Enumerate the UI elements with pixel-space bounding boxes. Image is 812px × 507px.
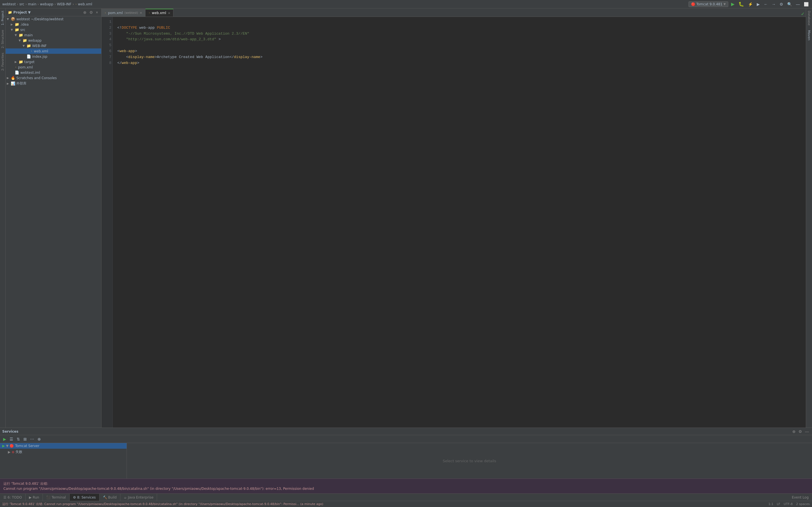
encoding[interactable]: UTF-8 (783, 502, 793, 506)
bottom-tab-eventlog[interactable]: Event Log (788, 495, 812, 500)
cursor-position[interactable]: 1:1 (768, 502, 773, 506)
tab-pomxml[interactable]: ⬝ pom.xml (webtest) × (101, 9, 146, 17)
coverage-button[interactable]: ⚡ (747, 1, 754, 7)
maximize-button[interactable]: ⬜ (803, 1, 810, 7)
tree-item-src[interactable]: ▼ 📁 src (6, 27, 101, 33)
breadcrumb-webapp[interactable]: webapp (40, 2, 53, 6)
editor-checkmark: ✓ (801, 11, 805, 17)
gear-icon[interactable]: ⚙ (89, 10, 94, 15)
bottom-tab-services[interactable]: ⚙ 8: Services (70, 494, 100, 501)
tab-webxml[interactable]: ⬝ web.xml × (146, 9, 174, 17)
bottom-tab-javaenterprise[interactable]: ☕ Java Enterprise (120, 494, 157, 501)
expand-arrow[interactable]: ▼ (11, 28, 15, 31)
code-content[interactable]: <!DOCTYPE web-app PUBLIC "-//Sun Microsy… (113, 17, 806, 428)
tree-label: main (24, 33, 33, 37)
bottom-tab-todo[interactable]: ☰ 6: TODO (0, 494, 26, 501)
tree-label: index.jsp (32, 55, 47, 59)
tree-label: src (20, 28, 26, 32)
build-icon: 🔨 (103, 496, 107, 499)
terminal-icon: ⬛ (46, 496, 50, 499)
breadcrumb-webxml[interactable]: ⬝ web.xml (75, 2, 92, 6)
minimize-button[interactable]: — (795, 1, 801, 7)
bottom-tab-run[interactable]: ▶ Run (26, 494, 43, 501)
expand-arrow[interactable]: ▼ (22, 44, 27, 47)
tree-item-target[interactable]: ▶ 📁 target (6, 59, 101, 64)
services-settings-icon[interactable]: ⊕ (792, 429, 797, 434)
expand-arrow[interactable]: ▼ (6, 444, 8, 448)
tree-item-webtest[interactable]: ▼ 📦 webtest ~/Desktop/webtest (6, 16, 101, 22)
services-run2-button[interactable]: ⊕ (37, 437, 42, 442)
run-config[interactable]: 🔴 Tomcat 9.0.481 ▼ (689, 1, 728, 7)
breadcrumb-src[interactable]: src (19, 2, 24, 6)
file-tree: ▼ 📦 webtest ~/Desktop/webtest ▶ 📁 .idea … (6, 16, 101, 428)
tab-close-pom[interactable]: × (140, 11, 142, 15)
iml-file-icon: 📄 (15, 70, 19, 75)
tree-item-webxml[interactable]: ▶ ⬝ web.xml (6, 48, 101, 54)
panel-header: 📁 Project ▼ ⊕ ⚙ × (6, 8, 101, 16)
line-ending[interactable]: LF (777, 502, 780, 506)
settings-button[interactable]: ⚙ (778, 1, 784, 7)
indent-settings[interactable]: 2 spaces (796, 502, 810, 506)
right-tab-maven[interactable]: Maven (807, 28, 811, 43)
debug-button[interactable]: 🐛 (737, 1, 745, 7)
services-list-button[interactable]: ☰ (9, 437, 14, 442)
service-item-tomcat[interactable]: ▶ ▼ 🔴 Tomcat Server (0, 443, 126, 449)
sidebar-item-project[interactable]: 1: Project (0, 8, 5, 27)
close-panel-button[interactable]: × (95, 10, 99, 15)
expand-arrow[interactable]: ▼ (18, 39, 22, 42)
bottom-tab-build[interactable]: 🔨 Build (100, 494, 120, 501)
service-detail-text: Select service to view details (443, 459, 496, 463)
run-button[interactable]: ▶ (730, 1, 735, 7)
error-title: 运行 'Tomcat 9.0.481' 出错: (3, 481, 809, 486)
scope-button[interactable]: ⊕ (82, 10, 87, 15)
breadcrumb-main[interactable]: main (28, 2, 36, 6)
project-panel: 📁 Project ▼ ⊕ ⚙ × ▼ 📦 webtest ~/Desktop/… (6, 8, 101, 428)
expand-arrow[interactable]: ▶ (7, 76, 11, 79)
service-detail: Select service to view details (127, 443, 812, 478)
tree-item-main[interactable]: ▼ 📁 main (6, 33, 101, 38)
expand-arrow[interactable]: ▶ (7, 82, 11, 85)
expand-arrow[interactable]: ▶ (15, 60, 18, 63)
scratches-icon: 🔥 (11, 76, 15, 80)
sidebar-item-structure[interactable]: 2: Structure (0, 27, 5, 50)
services-gear-icon[interactable]: ⚙ (798, 429, 803, 434)
line-numbers: 1 2 3 4 5 6 7 8 (101, 17, 113, 428)
services-close-icon[interactable]: — (804, 429, 810, 434)
run-with-button[interactable]: ▶ (756, 1, 761, 7)
tab-close-webxml[interactable]: × (168, 11, 170, 15)
forward-button[interactable]: → (770, 1, 777, 7)
tab-label: pom.xml (108, 11, 123, 15)
expand-arrow[interactable]: ▼ (7, 17, 11, 20)
tree-item-pomxml[interactable]: ▶ ⬝ pom.xml (6, 64, 101, 70)
services-run-button[interactable]: ▶ (2, 437, 7, 442)
right-tab-database[interactable]: Database (807, 8, 811, 28)
breadcrumb-webtest[interactable]: webtest (2, 2, 16, 6)
tree-item-extlib[interactable]: ▶ 📊 外部库 (6, 80, 101, 87)
tree-item-idea[interactable]: ▶ 📁 .idea (6, 22, 101, 27)
expand-arrow[interactable]: ▶ (8, 450, 10, 454)
jsp-file-icon: 📄 (27, 54, 31, 59)
back-button[interactable]: ← (763, 1, 769, 7)
right-sidebar: Database Maven (806, 8, 812, 428)
expand-arrow[interactable]: ▼ (15, 34, 18, 37)
sidebar-item-favorites[interactable]: 2: Favorites (0, 50, 5, 73)
tree-item-indexjsp[interactable]: ▶ 📄 index.jsp (6, 54, 101, 59)
breadcrumb-webinf[interactable]: WEB-INF (57, 2, 71, 6)
services-tree-button[interactable]: ⊞ (22, 437, 28, 442)
services-toolbar: ▶ ☰ ⇅ ⊞ ⋯ ⊕ (0, 435, 812, 443)
tree-item-webinf[interactable]: ▼ 📁 WEB-INF (6, 43, 101, 48)
service-item-fail[interactable]: ▶ ⊗ 失败 (0, 449, 126, 455)
bottom-tab-terminal[interactable]: ⬛ Terminal (43, 494, 70, 501)
expand-arrow[interactable]: ▶ (11, 23, 15, 26)
tree-item-webtest-iml[interactable]: ▶ 📄 webtest.iml (6, 70, 101, 75)
tree-item-scratches[interactable]: ▶ 🔥 Scratches and Consoles (6, 75, 101, 80)
tree-label: webtest ~/Desktop/webtest (16, 17, 63, 21)
search-button[interactable]: 🔍 (786, 1, 793, 7)
tab-label: Terminal (52, 496, 66, 499)
tree-label: target (24, 60, 35, 64)
tree-item-webapp[interactable]: ▼ 📁 webapp (6, 38, 101, 43)
editor-area: ⬝ pom.xml (webtest) × ⬝ web.xml × ✓ 1 2 … (101, 8, 806, 428)
services-expand-button[interactable]: ⋯ (29, 437, 35, 442)
services-filter-button[interactable]: ⇅ (16, 437, 21, 442)
tree-label: web.xml (34, 49, 48, 53)
